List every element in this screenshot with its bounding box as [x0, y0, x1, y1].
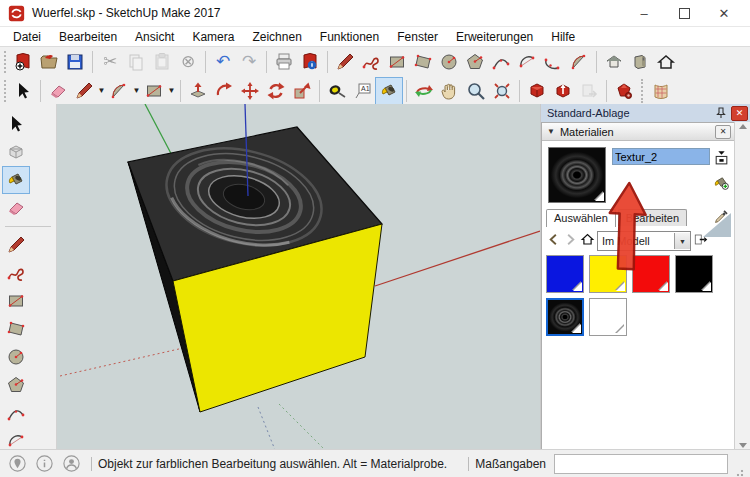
- material-preview-thumbnail[interactable]: [548, 147, 606, 203]
- menu-ansicht[interactable]: Ansicht: [126, 29, 183, 45]
- menu-bearbeiten[interactable]: Bearbeiten: [50, 29, 126, 45]
- measurements-input[interactable]: [554, 454, 728, 474]
- paint-bucket-tool[interactable]: [3, 167, 29, 193]
- arc-tool-flyout-dropdown[interactable]: ▼: [132, 86, 141, 95]
- rectangle-tool[interactable]: [3, 288, 29, 314]
- menu-hilfe[interactable]: Hilfe: [542, 29, 584, 45]
- model-info-button[interactable]: [297, 49, 323, 75]
- move-tool[interactable]: [237, 78, 263, 104]
- tray-close-button[interactable]: ✕: [731, 106, 748, 121]
- line-tool-flyout-dropdown[interactable]: ▼: [97, 86, 106, 95]
- status-credits-icon[interactable]: [35, 454, 54, 473]
- warehouse-share-model-button[interactable]: [550, 78, 576, 104]
- eraser-tool[interactable]: [3, 195, 29, 221]
- menu-datei[interactable]: Datei: [4, 29, 50, 45]
- orbit-tool[interactable]: [411, 78, 437, 104]
- details-arrow-icon[interactable]: [693, 232, 708, 250]
- circle-tool[interactable]: [3, 344, 29, 370]
- close-button[interactable]: ✕: [704, 1, 744, 25]
- make-component-tool[interactable]: [3, 139, 29, 165]
- swatch-color-black[interactable]: [675, 255, 713, 293]
- status-signin-icon[interactable]: [62, 454, 81, 473]
- tray-scrollbar[interactable]: [734, 122, 750, 450]
- swatch-color-red[interactable]: [632, 255, 670, 293]
- new-button[interactable]: [10, 49, 36, 75]
- collection-dropdown[interactable]: Im Modell ▼: [597, 231, 691, 251]
- follow-me-tool[interactable]: [211, 78, 237, 104]
- eraser-tool[interactable]: [45, 78, 71, 104]
- zoom-tool[interactable]: [463, 78, 489, 104]
- tape-measure-tool[interactable]: [324, 78, 350, 104]
- forward-arrow-icon[interactable]: [563, 232, 578, 250]
- menu-funktionen[interactable]: Funktionen: [311, 29, 388, 45]
- home-collection-icon[interactable]: [580, 232, 595, 250]
- print-button[interactable]: [271, 49, 297, 75]
- rotated-rectangle-tool[interactable]: [410, 49, 436, 75]
- materials-panel-header[interactable]: ▼ Materialien ✕: [542, 123, 734, 141]
- resize-grip[interactable]: [736, 467, 746, 477]
- pin-icon[interactable]: [714, 106, 728, 120]
- tab-auswaehlen[interactable]: Auswählen: [546, 209, 616, 227]
- collapse-caret-icon[interactable]: ▼: [547, 127, 555, 136]
- rotated-rectangle-tool[interactable]: [3, 316, 29, 342]
- rectangle-tool-flyout[interactable]: [141, 78, 167, 104]
- polygon-tool[interactable]: [3, 372, 29, 398]
- material-name-input[interactable]: [612, 148, 710, 165]
- minimize-button[interactable]: –: [624, 1, 664, 25]
- select-tool[interactable]: [10, 78, 36, 104]
- create-material-button[interactable]: [712, 173, 730, 191]
- sample-materials-button[interactable]: [648, 78, 674, 104]
- iso-view-button[interactable]: [601, 49, 627, 75]
- model-canvas[interactable]: [57, 104, 540, 450]
- line-tool[interactable]: [3, 232, 29, 258]
- redo-button[interactable]: ↷: [236, 49, 262, 75]
- warehouse-get-models-button[interactable]: [524, 78, 550, 104]
- scroll-down-icon[interactable]: [739, 443, 747, 448]
- menu-fenster[interactable]: Fenster: [388, 29, 447, 45]
- save-button[interactable]: [62, 49, 88, 75]
- line-tool-flyout[interactable]: [71, 78, 97, 104]
- text-tool[interactable]: A1: [350, 78, 376, 104]
- polygon-tool[interactable]: [462, 49, 488, 75]
- swatch-textur-2[interactable]: [546, 298, 584, 336]
- back-arrow-icon[interactable]: [546, 232, 561, 250]
- menu-kamera[interactable]: Kamera: [183, 29, 243, 45]
- undo-button[interactable]: ↶: [210, 49, 236, 75]
- rotate-tool[interactable]: [263, 78, 289, 104]
- swatch-color-yellow[interactable]: [589, 255, 627, 293]
- circle-tool[interactable]: [436, 49, 462, 75]
- sample-paint-eyedropper-icon[interactable]: [712, 207, 730, 225]
- swatch-color-white[interactable]: [589, 298, 627, 336]
- freehand-tool[interactable]: [358, 49, 384, 75]
- secondary-pane-toggle-icon[interactable]: [712, 148, 730, 166]
- push-pull-tool[interactable]: [185, 78, 211, 104]
- arc-tool-flyout[interactable]: [106, 78, 132, 104]
- scroll-up-icon[interactable]: [739, 124, 747, 129]
- tab-bearbeiten[interactable]: Bearbeiten: [618, 209, 687, 226]
- materials-close-button[interactable]: ✕: [715, 125, 731, 139]
- menu-zeichnen[interactable]: Zeichnen: [243, 29, 310, 45]
- paint-bucket-tool[interactable]: [376, 78, 402, 104]
- back-view-button[interactable]: [627, 49, 653, 75]
- extension-warehouse-button[interactable]: [611, 78, 637, 104]
- three-point-arc-tool[interactable]: [540, 49, 566, 75]
- zoom-extents-tool[interactable]: [489, 78, 515, 104]
- pie-tool[interactable]: [566, 49, 592, 75]
- pan-tool[interactable]: [437, 78, 463, 104]
- dropdown-arrow-icon[interactable]: ▼: [674, 233, 690, 249]
- two-point-arc-tool[interactable]: [514, 49, 540, 75]
- scale-tool[interactable]: [289, 78, 315, 104]
- select-tool[interactable]: [3, 111, 29, 137]
- open-button[interactable]: [36, 49, 62, 75]
- menu-erweiterungen[interactable]: Erweiterungen: [447, 29, 542, 45]
- line-tool[interactable]: [332, 49, 358, 75]
- arc-tool[interactable]: [488, 49, 514, 75]
- rectangle-tool[interactable]: [384, 49, 410, 75]
- arc-tool[interactable]: [3, 400, 29, 426]
- freehand-tool[interactable]: [3, 260, 29, 286]
- status-geolocation-icon[interactable]: [8, 454, 27, 473]
- swatch-color-blue[interactable]: [546, 255, 584, 293]
- front-view-button[interactable]: [653, 49, 679, 75]
- maximize-button[interactable]: [664, 1, 704, 25]
- rectangle-tool-flyout-dropdown[interactable]: ▼: [167, 86, 176, 95]
